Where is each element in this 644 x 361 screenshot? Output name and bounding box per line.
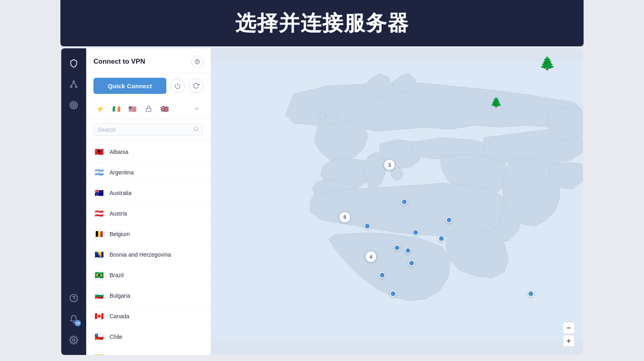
country-name-al: Albania [110,149,128,155]
tab-usa[interactable]: 🇺🇸 [126,102,139,116]
flag-co: 🇨🇴 [93,352,105,355]
country-item-bg[interactable]: 🇧🇬 Bulgaria [86,286,211,306]
search-input-wrap [93,123,203,136]
notification-badge: 10 [75,320,81,326]
flag-ca: 🇨🇦 [93,311,105,322]
flag-ba: 🇧🇦 [93,249,105,260]
flag-at: 🇦🇹 [93,208,105,219]
svg-line-3 [71,82,74,86]
country-item-br[interactable]: 🇧🇷 Brazil [86,265,211,286]
sidebar-item-settings[interactable] [65,331,83,349]
zoom-in-button[interactable]: + [563,335,575,347]
flag-ar: 🇦🇷 [93,167,105,178]
svg-point-15 [194,127,198,131]
country-item-be[interactable]: 🇧🇪 Belgium [86,224,211,245]
svg-rect-14 [146,108,151,111]
sidebar-item-nodes[interactable] [65,75,83,93]
map-area: 364 🌲 🌲 − + [211,48,583,355]
flag-br: 🇧🇷 [93,270,105,281]
country-list: 🇦🇱 Albania 🇦🇷 Argentina 🇦🇺 Australia 🇦🇹 … [86,140,211,355]
sidebar-item-notifications[interactable]: 10 [65,310,83,328]
icon-sidebar: 10 [61,48,86,355]
country-name-be: Belgium [110,231,130,237]
flag-bg: 🇧🇬 [93,290,105,301]
flag-cl: 🇨🇱 [93,331,105,342]
country-name-ar: Argentina [110,169,134,176]
country-item-at[interactable]: 🇦🇹 Austria [86,203,211,224]
expand-filters-button[interactable] [190,102,203,116]
vpn-panel: Connect to VPN Quick Connect [86,48,211,355]
svg-point-7 [73,104,75,106]
sidebar-item-target[interactable] [65,96,83,114]
country-name-at: Austria [110,210,127,217]
svg-line-16 [197,130,199,131]
tab-speed[interactable]: ⚡ [93,102,107,116]
flag-be: 🇧🇪 [93,228,105,240]
filter-tabs: ⚡ 🇮🇪 🇺🇸 🇬🇧 [86,99,211,119]
flag-au: 🇦🇺 [93,187,105,199]
country-name-ca: Canada [110,313,129,320]
sidebar-item-shield[interactable] [65,54,83,72]
tab-ireland[interactable]: 🇮🇪 [110,102,123,116]
country-item-co[interactable]: 🇨🇴 Colombia [86,347,211,355]
country-name-cl: Chile [110,334,122,340]
country-item-al[interactable]: 🇦🇱 Albania [86,142,211,162]
top-banner: 选择并连接服务器 [60,0,584,46]
tab-secure[interactable] [142,102,155,116]
search-input[interactable] [98,127,193,133]
svg-line-4 [74,82,76,86]
banner-title: 选择并连接服务器 [235,9,409,37]
country-name-bg: Bulgaria [110,293,130,299]
power-button[interactable] [170,79,185,93]
zoom-out-button[interactable]: − [563,322,575,334]
world-map [211,48,583,355]
country-name-co: Colombia [110,354,133,355]
search-icon [193,126,199,133]
country-item-ca[interactable]: 🇨🇦 Canada [86,306,211,327]
svg-point-6 [72,103,76,108]
sidebar-item-help[interactable] [65,289,83,307]
country-item-ar[interactable]: 🇦🇷 Argentina [86,162,211,183]
vpn-panel-header: Connect to VPN [86,48,211,73]
vpn-panel-title: Connect to VPN [93,58,145,66]
country-name-ba: Bosnia and Herzegovina [110,251,171,258]
tree-icon-2: 🌲 [490,97,502,108]
svg-point-10 [72,339,75,341]
quick-connect-button[interactable]: Quick Connect [93,78,166,94]
tree-icon-1: 🌲 [539,56,555,71]
map-controls: − + [563,322,575,347]
country-name-au: Australia [110,190,131,196]
vpn-panel-actions: Quick Connect [86,73,211,99]
country-item-au[interactable]: 🇦🇺 Australia [86,183,211,203]
search-wrapper [86,119,211,140]
country-item-ba[interactable]: 🇧🇦 Bosnia and Herzegovina [86,245,211,265]
country-name-br: Brazil [110,272,124,278]
tab-uk[interactable]: 🇬🇧 [158,102,172,116]
country-item-cl[interactable]: 🇨🇱 Chile [86,327,211,347]
app-window: 10 Connect to VPN Quick Connect [61,48,583,355]
flag-al: 🇦🇱 [93,146,105,158]
refresh-button[interactable] [189,79,203,93]
ip-button[interactable] [191,56,203,68]
